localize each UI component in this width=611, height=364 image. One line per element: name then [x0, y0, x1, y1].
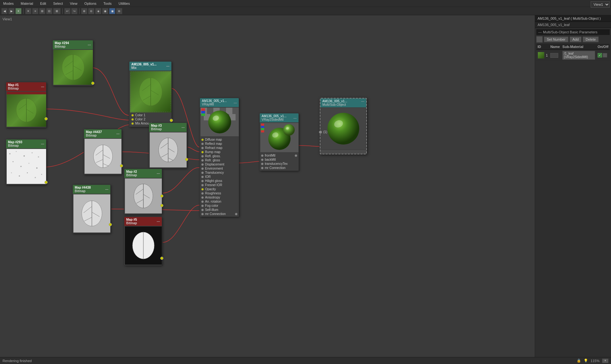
node-map1-output[interactable] [45, 117, 48, 120]
toolbar-btn-9[interactable]: ↪ [71, 8, 78, 14]
btn-set-number[interactable]: Set Number [544, 37, 568, 42]
toolbar-btn-5[interactable]: ⊞ [39, 8, 45, 14]
vray-dot-opacity[interactable] [201, 188, 204, 191]
node-map293-close[interactable]: — [41, 142, 44, 146]
node-map293[interactable]: Map #293 Bitmap — [6, 139, 46, 185]
vray-dot-displacement[interactable] [201, 163, 204, 166]
vray-dot-roughness[interactable] [201, 192, 204, 195]
vray-dot-self-illum[interactable] [201, 209, 204, 211]
mix-dot-color1[interactable] [131, 114, 134, 117]
node-map2-output2[interactable] [160, 194, 163, 198]
node-map5[interactable]: Map #5 Bitmap — [124, 217, 162, 266]
node-mix-close[interactable]: — [166, 64, 169, 68]
vray-dot-hilight[interactable] [201, 180, 204, 182]
svg-rect-78 [261, 126, 264, 128]
vray-dot-mr-right[interactable] [235, 213, 237, 215]
vray-dot-translucency[interactable] [201, 172, 204, 174]
menu-modes[interactable]: Modes [2, 1, 15, 6]
btn-delete[interactable]: Delete [583, 37, 599, 42]
node-map294-output[interactable] [91, 82, 94, 85]
node-map5-close[interactable]: — [157, 220, 160, 223]
checkbox-on[interactable]: ✓ [598, 53, 602, 57]
mix-dot-amount[interactable] [131, 122, 134, 125]
vray-dot-bump[interactable] [201, 151, 204, 153]
toolbar-btn-4[interactable]: ≡ [32, 8, 38, 14]
node-map4437-output[interactable] [120, 164, 123, 167]
toolbar-btn-2[interactable]: ▶ [8, 8, 15, 14]
menu-select[interactable]: Select [52, 1, 64, 6]
node-map3-output[interactable] [185, 158, 188, 161]
node-vray2sided[interactable]: AM136_005_v1... VRay2SidedMtl — [259, 113, 299, 171]
toolbar-btn-11[interactable]: ⊖ [88, 8, 94, 14]
node-map2-output[interactable] [160, 204, 163, 207]
params-checkbox[interactable] [536, 36, 543, 43]
cell-name[interactable] [549, 50, 561, 61]
vray-dot-fresnel[interactable] [201, 184, 204, 186]
toolbar-btn-13[interactable]: ◉ [102, 8, 108, 14]
submaterial-btn[interactable]: /1_leaf (VRay2SidedMtl) [562, 51, 595, 60]
checkbox-off[interactable] [603, 53, 607, 57]
toolbar-btn-new[interactable]: ✦ [15, 8, 22, 14]
node-vray-mtl[interactable]: AM136_005_v1... VRayMtl — [200, 98, 239, 217]
btn-add[interactable]: Add [570, 37, 582, 42]
name-input[interactable] [550, 53, 558, 58]
node-map4438-close[interactable]: — [105, 188, 108, 191]
toolbar-btn-14[interactable]: ◼ [109, 8, 115, 14]
vray-dot-mr[interactable] [201, 213, 204, 215]
toolbar-btn-7[interactable]: ⊠ [53, 8, 61, 14]
node-map293-header: Map #293 Bitmap — [6, 139, 46, 148]
view-select[interactable]: View1 [591, 1, 610, 8]
node-mix[interactable]: AM136_005_v1... Mix — [129, 61, 172, 127]
node-vray2sided-close[interactable]: — [293, 116, 297, 120]
vray-dot-environment[interactable] [201, 167, 204, 170]
menu-tools[interactable]: Tools [102, 1, 113, 6]
node-map5-output[interactable] [160, 257, 163, 260]
node-map2[interactable]: Map #2 Bitmap — [124, 169, 162, 214]
toolbar-btn-12[interactable]: ◈ [95, 8, 101, 14]
node-map294[interactable]: Map #294 Bitmap — [52, 40, 93, 86]
node-map1-close[interactable]: — [41, 85, 44, 89]
svg-point-16 [20, 166, 22, 167]
node-editor[interactable]: View1 [0, 15, 535, 357]
toolbar-btn-10[interactable]: ⊕ [81, 8, 87, 14]
node-map294-close[interactable]: — [88, 43, 91, 47]
node-multi-port-1[interactable] [319, 131, 322, 134]
vray-dot-refl-gloss[interactable] [201, 155, 204, 158]
node-multi-close[interactable]: — [361, 99, 364, 106]
node-map3[interactable]: Map #3 Bitmap — [149, 123, 187, 168]
node-mix-output[interactable] [170, 119, 173, 122]
vray-dot-an-rotation[interactable] [201, 200, 204, 203]
vray-dot-reflect[interactable] [201, 143, 204, 145]
toolbar-btn-6[interactable]: ⊟ [46, 8, 52, 14]
status-btn-1[interactable]: ▼ [602, 359, 608, 363]
node-multi-sub[interactable]: AM136_005_v1... Multi/Sub-Object — [320, 98, 367, 154]
toolbar-btn-1[interactable]: ◀ [1, 8, 8, 14]
col-onoff: On/Off [596, 44, 610, 50]
node-map4437[interactable]: Map #4437 Bitmap — [84, 129, 122, 175]
node-map293-output[interactable] [45, 181, 48, 184]
menu-options[interactable]: Options [83, 1, 98, 6]
mix-dot-color2[interactable] [131, 118, 134, 121]
node-map3-close[interactable]: — [182, 126, 185, 129]
cell-submaterial[interactable]: /1_leaf (VRay2SidedMtl) [561, 50, 596, 61]
node-map2-close[interactable]: — [157, 172, 160, 175]
node-map4438-output[interactable] [109, 223, 112, 226]
menu-utilities[interactable]: Utilities [117, 1, 131, 6]
vray-dot-anisotropy[interactable] [201, 196, 204, 199]
node-vray-close[interactable]: — [234, 101, 237, 104]
vray-port-refract: Refract map [200, 146, 239, 150]
menu-edit[interactable]: Edit [39, 1, 47, 6]
vray-dot-fog[interactable] [201, 205, 204, 207]
vray-dot-ior[interactable] [201, 176, 204, 178]
vray-dot-diffuse[interactable] [201, 138, 204, 141]
toolbar-btn-8[interactable]: ↩ [64, 8, 71, 14]
node-map1[interactable]: Map #1 Bitmap — [6, 82, 46, 128]
toolbar-btn-15[interactable]: ⊛ [116, 8, 122, 14]
vray-dot-refract[interactable] [201, 147, 204, 149]
menu-view[interactable]: View [69, 1, 79, 6]
node-map4438[interactable]: Map #4438 Bitmap — [72, 185, 111, 233]
menu-material[interactable]: Material [19, 1, 34, 6]
vray-dot-refr-gloss[interactable] [201, 159, 204, 162]
toolbar-btn-3[interactable]: ✕ [25, 8, 31, 14]
node-map4437-close[interactable]: — [116, 132, 120, 136]
